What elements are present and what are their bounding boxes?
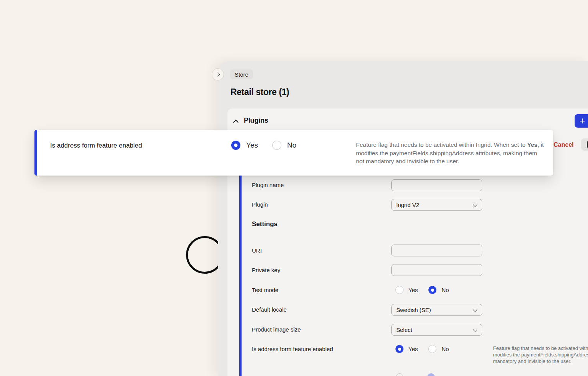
test-mode-no-radio[interactable] (428, 286, 436, 294)
settings-heading: Settings (252, 220, 278, 228)
default-locale-label: Default locale (252, 306, 287, 313)
chevron-down-icon (473, 202, 477, 207)
plugin-select[interactable]: Ingrid V2 (391, 199, 482, 211)
uri-label: URI (252, 247, 262, 254)
overlay-accent-bar (34, 130, 37, 176)
private-key-label: Private key (252, 267, 280, 273)
plugin-label: Plugin (252, 201, 268, 208)
test-mode-label: Test mode (252, 287, 278, 293)
address-form-radio-group: Yes No (395, 345, 449, 353)
breadcrumb-label: Store (235, 71, 248, 78)
overlay-radio-group: Yes No (231, 141, 296, 150)
page-title: Retail store (1) (230, 87, 289, 97)
chevron-right-icon (216, 72, 220, 76)
test-mode-radio-group: Yes No (395, 286, 449, 294)
overlay-yes-radio[interactable] (231, 141, 240, 150)
breadcrumb-store-chip[interactable]: Store (230, 69, 253, 79)
overlay-description: Feature flag that needs to be activated … (356, 141, 544, 166)
private-key-input[interactable] (391, 264, 482, 276)
add-plugin-button[interactable]: + (575, 114, 588, 128)
address-form-no-label[interactable]: No (441, 346, 449, 352)
plugin-name-input[interactable] (391, 179, 482, 191)
overlay-no-label[interactable]: No (287, 141, 296, 149)
plugins-section-title: Plugins (244, 117, 268, 125)
collapse-panel-button[interactable] (212, 68, 224, 80)
default-locale-value: Swedish (SE) (396, 307, 431, 313)
highlighted-field-overlay: Is address form feature enabled Yes No F… (34, 130, 553, 176)
overlay-no-radio[interactable] (272, 141, 281, 150)
test-mode-yes-radio[interactable] (395, 286, 403, 294)
plus-icon: + (580, 115, 585, 126)
chevron-down-icon (473, 307, 477, 312)
uri-input[interactable] (391, 245, 482, 256)
product-image-size-select[interactable]: Select (391, 324, 482, 336)
product-image-size-label: Product image size (252, 326, 301, 333)
save-button-clipped[interactable] (581, 138, 588, 151)
cancel-button[interactable]: Cancel (554, 141, 573, 148)
address-form-no-radio[interactable] (428, 345, 436, 353)
plugin-select-value: Ingrid V2 (396, 202, 419, 208)
default-locale-select[interactable]: Swedish (SE) (391, 304, 482, 316)
overlay-field-label: Is address form feature enabled (50, 142, 142, 149)
address-form-description: Feature flag that needs to be activated … (493, 345, 588, 365)
overlay-yes-label[interactable]: Yes (246, 141, 258, 149)
chevron-down-icon (473, 327, 477, 332)
address-form-yes-radio[interactable] (395, 345, 403, 353)
product-image-size-value: Select (396, 327, 412, 333)
address-form-label: Is address form feature enabled (252, 346, 333, 352)
test-mode-yes-label[interactable]: Yes (408, 287, 418, 293)
plugin-name-label: Plugin name (252, 182, 284, 188)
address-form-yes-label[interactable]: Yes (408, 346, 418, 352)
test-mode-no-label[interactable]: No (441, 287, 449, 293)
chevron-up-icon[interactable] (234, 119, 238, 123)
